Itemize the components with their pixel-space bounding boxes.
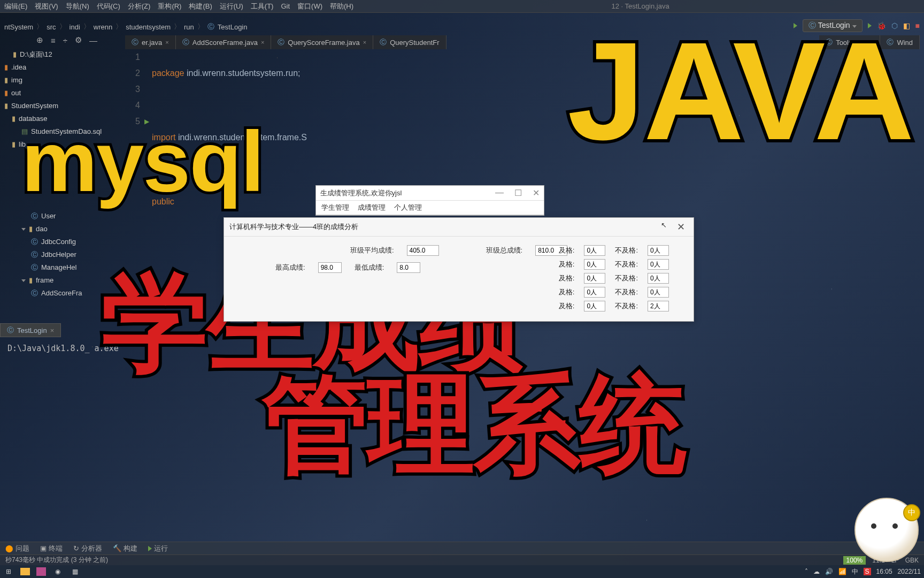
overlay-java: JAVA bbox=[567, 21, 913, 161]
tray-ime[interactable]: 中 bbox=[852, 567, 858, 576]
tab-0[interactable]: Ⓒer.java× bbox=[125, 35, 176, 49]
pf-row-0: 及格:不及格: bbox=[559, 245, 669, 256]
cursor-icon: ↖ bbox=[661, 221, 667, 229]
pass-4[interactable] bbox=[584, 301, 605, 311]
status-encoding[interactable]: GBK bbox=[905, 557, 919, 564]
tree-img[interactable]: ▮img bbox=[2, 74, 123, 87]
tab-profiler[interactable]: ↻分析器 bbox=[73, 544, 102, 553]
tree-studentsystem[interactable]: ▮StudentSystem bbox=[2, 100, 123, 112]
tab-run-bottom[interactable]: 运行 bbox=[148, 544, 168, 553]
pass-3[interactable] bbox=[584, 287, 605, 298]
menu-analyze[interactable]: 分析(Z) bbox=[128, 2, 151, 11]
tab-build[interactable]: 🔨构建 bbox=[113, 544, 137, 553]
crumb-wrenn[interactable]: wrenn bbox=[94, 23, 112, 31]
crumb-class[interactable]: TestLogin bbox=[218, 23, 248, 31]
explorer-icon[interactable] bbox=[20, 568, 30, 575]
hide-icon[interactable]: — bbox=[89, 36, 97, 45]
fail-1[interactable] bbox=[648, 259, 669, 270]
window-title: 12 · TestLogin.java bbox=[611, 2, 669, 10]
settings-icon[interactable]: ⚙ bbox=[75, 35, 82, 45]
avg-field[interactable] bbox=[407, 245, 439, 256]
menu-code[interactable]: 代码(C) bbox=[97, 2, 120, 11]
pass-2[interactable] bbox=[584, 273, 605, 284]
tree-out[interactable]: ▮out bbox=[2, 87, 123, 100]
expand-icon[interactable]: ≡ bbox=[51, 36, 56, 45]
stop-icon[interactable]: ■ bbox=[915, 21, 920, 30]
pass-0[interactable] bbox=[584, 245, 605, 256]
pf-row-4: 及格:不及格: bbox=[559, 301, 669, 311]
min-label: 最低成绩: bbox=[355, 263, 384, 272]
project-toolbar: ⊕ ≡ ÷ ⚙ — bbox=[36, 35, 97, 45]
status-bar: 秒743毫秒 中成功完成 (3 分钟 之前) 100% 11:1 LF GBK bbox=[0, 554, 924, 565]
overlay-cn-line2: 管理系统 bbox=[262, 353, 686, 498]
crumb-module[interactable]: ntSystem bbox=[4, 23, 33, 31]
menu-git[interactable]: Git bbox=[281, 2, 290, 10]
windows-taskbar: ⊞ ◉ ▦ ˄ ☁ 🔊 📶 中 S 16:05 2022/11 bbox=[0, 565, 924, 578]
fail-0[interactable] bbox=[648, 245, 669, 256]
fail-3[interactable] bbox=[648, 287, 669, 298]
tray-input[interactable]: S bbox=[864, 568, 871, 575]
app-min-icon[interactable]: — bbox=[495, 188, 504, 198]
crumb-indi[interactable]: indi bbox=[70, 23, 80, 31]
tree-user[interactable]: ⒸUser bbox=[2, 210, 123, 223]
crumb-run[interactable]: run bbox=[184, 23, 194, 31]
tree-root[interactable]: ▮D:\桌面\12 bbox=[2, 48, 123, 61]
total-label: 班级总成绩: bbox=[486, 246, 523, 255]
tree-idea[interactable]: ▮.idea bbox=[2, 61, 123, 74]
max-field[interactable] bbox=[318, 262, 342, 273]
tab-3[interactable]: ⒸQueryStudentFr bbox=[373, 35, 446, 49]
tab-2[interactable]: ⒸQueryScoreFrame.java× bbox=[271, 35, 373, 49]
app-menu-student[interactable]: 学生管理 bbox=[321, 203, 349, 212]
tray-wifi-icon[interactable]: 📶 bbox=[838, 568, 846, 575]
tray-time[interactable]: 16:05 bbox=[876, 568, 892, 575]
menu-refactor[interactable]: 重构(R) bbox=[158, 2, 181, 11]
bottom-tool-tabs: ⬤问题 ▣终端 ↻分析器 🔨构建 运行 bbox=[0, 542, 924, 554]
min-field[interactable] bbox=[397, 262, 420, 273]
tab-terminal[interactable]: ▣终端 bbox=[40, 544, 63, 553]
tray-chevron-icon[interactable]: ˄ bbox=[805, 568, 808, 575]
menu-help[interactable]: 帮助(H) bbox=[330, 2, 353, 11]
menu-nav[interactable]: 导航(N) bbox=[66, 2, 89, 11]
score-window-title: 计算机科学与技术专业——4班的成绩分析 bbox=[229, 222, 358, 232]
score-close-icon[interactable]: ✕ bbox=[674, 221, 688, 233]
app-menu-personal[interactable]: 个人管理 bbox=[394, 203, 422, 212]
menu-run[interactable]: 运行(U) bbox=[220, 2, 243, 11]
select-target-icon[interactable]: ⊕ bbox=[36, 35, 43, 45]
mascot-badge: 中 bbox=[903, 504, 920, 521]
collapse-icon[interactable]: ÷ bbox=[63, 36, 67, 45]
pf-row-3: 及格:不及格: bbox=[559, 287, 669, 298]
avg-label: 班级平均成绩: bbox=[350, 246, 394, 255]
pf-row-2: 及格:不及格: bbox=[559, 273, 669, 284]
status-battery: 100% bbox=[843, 556, 866, 565]
tab-problems[interactable]: ⬤问题 bbox=[5, 544, 29, 553]
app-max-icon[interactable]: ☐ bbox=[514, 188, 522, 198]
app-close-icon[interactable]: ✕ bbox=[533, 188, 540, 198]
crumb-pkg[interactable]: studentsystem bbox=[126, 23, 171, 31]
tray-sound-icon[interactable]: 🔊 bbox=[825, 568, 833, 575]
menubar: 编辑(E) 视图(V) 导航(N) 代码(C) 分析(Z) 重构(R) 构建(B… bbox=[0, 0, 924, 13]
menu-edit[interactable]: 编辑(E) bbox=[4, 2, 27, 11]
max-label: 最高成绩: bbox=[275, 263, 305, 272]
tab-1[interactable]: ⒸAddScoreFrame.java× bbox=[176, 35, 272, 49]
fail-2[interactable] bbox=[648, 273, 669, 284]
menu-window[interactable]: 窗口(W) bbox=[297, 2, 322, 11]
status-message: 秒743毫秒 中成功完成 (3 分钟 之前) bbox=[5, 556, 108, 565]
app-icon[interactable]: ▦ bbox=[70, 567, 80, 576]
run-tool-tab[interactable]: ⒸTestLogin× bbox=[0, 323, 61, 337]
taskview-icon[interactable]: ⊞ bbox=[3, 567, 14, 576]
fail-4[interactable] bbox=[648, 301, 669, 311]
breadcrumb: ntSystem〉 src〉 indi〉 wrenn〉 studentsyste… bbox=[0, 19, 251, 34]
intellij-icon[interactable] bbox=[36, 567, 46, 576]
tray-cloud-icon[interactable]: ☁ bbox=[813, 568, 820, 575]
menu-build[interactable]: 构建(B) bbox=[189, 2, 212, 11]
tree-dao[interactable]: ▮dao bbox=[2, 223, 123, 235]
tree-jdbcconfig[interactable]: ⒸJdbcConfig bbox=[2, 235, 123, 248]
overlay-mysql: mysql bbox=[21, 112, 263, 211]
pass-1[interactable] bbox=[584, 259, 605, 270]
menu-view[interactable]: 视图(V) bbox=[35, 2, 58, 11]
crumb-src[interactable]: src bbox=[47, 23, 56, 31]
app-menu-score[interactable]: 成绩管理 bbox=[358, 203, 386, 212]
obs-icon[interactable]: ◉ bbox=[52, 567, 63, 576]
menu-tools[interactable]: 工具(T) bbox=[251, 2, 274, 11]
score-analysis-window: 计算机科学与技术专业——4班的成绩分析 ↖ ✕ 班级平均成绩: 班级总成绩: 最… bbox=[224, 217, 694, 322]
